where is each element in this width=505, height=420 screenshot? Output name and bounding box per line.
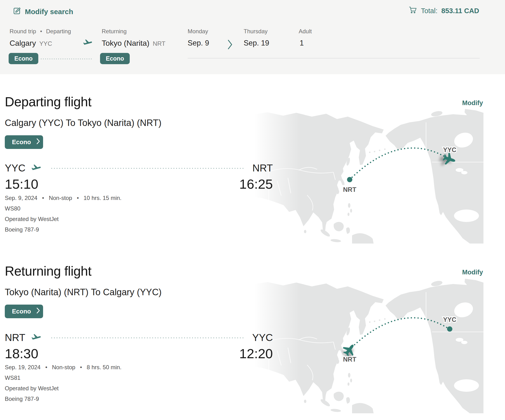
return-date: Sep. 19 (244, 39, 269, 47)
map-label-yyc: YYC (443, 316, 456, 323)
returning-operated-by: Operated by WestJet (5, 383, 122, 394)
returning-from-code: NRT (5, 332, 25, 343)
cart-icon (409, 6, 417, 16)
departing-route: Calgary (YYC) To Tokyo (Narita) (NRT) (5, 118, 162, 128)
returning-aircraft: Boeing 787-9 (5, 394, 122, 404)
flight-takeoff-icon (31, 163, 42, 175)
departing-modify-link[interactable]: Modify (462, 99, 483, 107)
map-label-yyc: YYC (443, 146, 456, 153)
dotted-leader (51, 337, 245, 339)
dotted-connector (41, 58, 92, 60)
returning-heading: Returning flight (5, 263, 91, 279)
returning-label: Returning (102, 28, 126, 35)
returning-to-code: YYC (252, 332, 273, 343)
departing-date-line: Sep. 9, 2024 • Non-stop • 10 hrs. 15 min… (5, 193, 122, 203)
departing-route-map: YYC NRT (254, 109, 483, 243)
returning-dep-time: 18:30 (5, 346, 38, 361)
total-value: 853.11 CAD (441, 7, 479, 15)
origin-city: Calgary (10, 39, 36, 48)
flight-takeoff-icon (31, 332, 42, 344)
chevron-right-icon (37, 307, 40, 315)
return-day-label: Thursday (244, 28, 268, 35)
bullet: • (40, 28, 42, 34)
depart-day-label: Monday (188, 28, 208, 35)
returning-flight-number: WS81 (5, 373, 122, 383)
returning-fare-button[interactable]: Econo (5, 305, 43, 318)
departing-aircraft: Boeing 787-9 (5, 224, 122, 235)
flight-review-page: Modify search Total: 853.11 CAD Round tr… (0, 0, 505, 420)
bullet: • (80, 364, 82, 370)
departing-codes-row: YYC NRT (5, 162, 273, 174)
departing-operated-by: Operated by WestJet (5, 214, 122, 224)
origin-field: Calgary YYC (10, 39, 52, 48)
depart-date: Sep. 9 (188, 39, 209, 47)
pax-count: 1 (300, 39, 304, 47)
returning-route: Tokyo (Narita) (NRT) To Calgary (YYC) (5, 287, 162, 297)
departing-arr-time: 16:25 (239, 176, 273, 192)
returning-fare-label: Econo (12, 308, 31, 315)
departing-to-code: NRT (252, 162, 273, 174)
cart-total[interactable]: Total: 853.11 CAD (409, 6, 479, 16)
fare-badge-outbound: Econo (9, 53, 38, 64)
map-destination-dot (447, 326, 452, 332)
departing-dep-time: 15:10 (5, 176, 38, 192)
departing-details: Sep. 9, 2024 • Non-stop • 10 hrs. 15 min… (5, 193, 122, 235)
departing-flight-number: WS80 (5, 203, 122, 214)
origin-code: YYC (39, 40, 52, 47)
map-label-nrt: NRT (343, 356, 356, 363)
flight-takeoff-icon (82, 38, 93, 49)
returning-route-map: YYC NRT (254, 279, 483, 413)
departing-heading: Departing flight (5, 94, 91, 109)
pax-label: Adult (299, 28, 312, 35)
edit-icon (13, 6, 22, 17)
bullet: • (77, 195, 79, 201)
trip-type-label: Round trip • Departing (10, 28, 71, 35)
chevron-right-icon (37, 138, 40, 146)
fare-badge-inbound: Econo (100, 53, 130, 64)
map-label-nrt: NRT (343, 186, 356, 193)
search-summary-band: Modify search Total: 853.11 CAD Round tr… (0, 0, 505, 74)
departing-from-code: YYC (5, 162, 25, 174)
total-label: Total: (421, 7, 437, 15)
returning-details: Sep. 19, 2024 • Non-stop • 8 hrs. 50 min… (5, 362, 122, 404)
bullet: • (45, 364, 47, 370)
modify-search-link[interactable]: Modify search (13, 6, 73, 17)
chevron-right-icon (227, 39, 232, 51)
map-destination-dot (347, 177, 352, 182)
returning-date-line: Sep. 19, 2024 • Non-stop • 8 hrs. 50 min… (5, 362, 122, 373)
destination-field: Tokyo (Narita) NRT (102, 39, 165, 48)
dest-code: NRT (153, 40, 165, 47)
returning-modify-link[interactable]: Modify (462, 269, 483, 276)
dotted-leader (51, 168, 245, 169)
dest-city: Tokyo (Narita) (102, 39, 149, 48)
bullet: • (42, 195, 44, 201)
returning-arr-time: 12:20 (239, 346, 273, 361)
dates-underline (188, 58, 480, 58)
departing-fare-label: Econo (12, 138, 31, 146)
modify-search-label: Modify search (25, 8, 73, 16)
returning-codes-row: NRT YYC (5, 332, 273, 344)
departing-fare-button[interactable]: Econo (5, 135, 43, 149)
